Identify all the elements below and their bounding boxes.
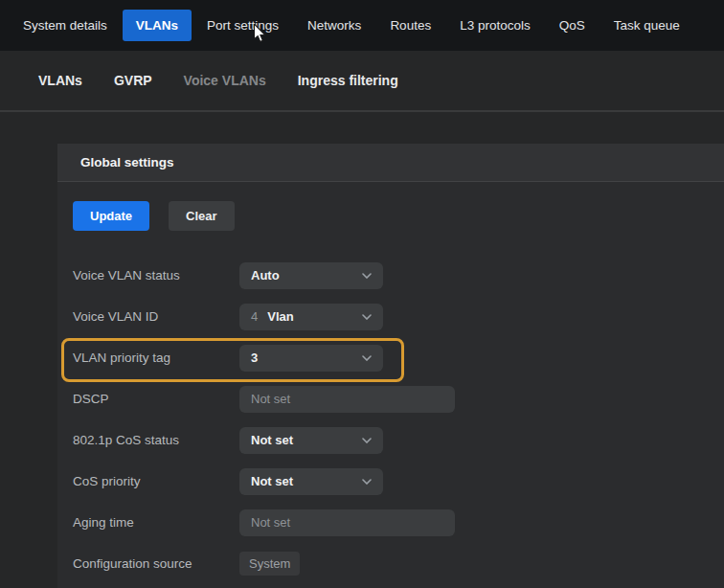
cos-priority-dropdown[interactable]: Not set (239, 468, 383, 495)
tab-vlans[interactable]: VLANs (123, 10, 192, 41)
field-label: Aging time (73, 515, 239, 530)
panel-header: Global settings (57, 144, 724, 182)
dropdown-value: Not set (251, 474, 293, 488)
form-row-configuration-source: Configuration source System (73, 543, 724, 584)
field-label: CoS priority (73, 474, 239, 488)
voice-vlan-id-dropdown[interactable]: 4 Vlan (239, 304, 383, 330)
subnav-item-voice-vlans[interactable]: Voice VLANs (184, 73, 266, 88)
chevron-down-icon (362, 438, 372, 443)
input-placeholder: Not set (251, 392, 290, 406)
tab-port-settings[interactable]: Port settings (193, 10, 292, 41)
field-label: Configuration source (73, 556, 239, 571)
chevron-down-icon (362, 273, 372, 279)
chevron-down-icon (362, 314, 372, 320)
subnav-item-gvrp[interactable]: GVRP (114, 73, 152, 88)
form-row-voice-vlan-id: Voice VLAN ID 4 Vlan (73, 296, 724, 337)
form-row-voice-vlan-status: Voice VLAN status Auto (73, 255, 724, 296)
form-row-aging-time: Aging time Not set (73, 502, 724, 543)
form-row-dscp: DSCP Not set (73, 378, 724, 419)
form-row-vlan-priority-tag: VLAN priority tag 3 (73, 337, 724, 378)
dropdown-value: Not set (251, 433, 293, 447)
field-label: Voice VLAN status (73, 268, 239, 283)
field-label: 802.1p CoS status (73, 433, 239, 447)
dscp-input[interactable]: Not set (239, 386, 455, 413)
dropdown-value: Vlan (267, 309, 293, 324)
subnav-item-vlans[interactable]: VLANs (38, 73, 82, 88)
chevron-down-icon (362, 479, 372, 485)
dropdown-value-group: 4 Vlan (251, 309, 294, 324)
global-settings-panel: Global settings Update Clear Voice VLAN … (57, 144, 724, 588)
aging-time-input[interactable]: Not set (239, 509, 455, 536)
clear-button[interactable]: Clear (169, 201, 235, 231)
cos-status-dropdown[interactable]: Not set (239, 427, 383, 454)
sub-navigation: VLANs GVRP Voice VLANs Ingress filtering (0, 51, 724, 112)
panel-title: Global settings (80, 155, 174, 170)
form-row-cos-priority: CoS priority Not set (73, 461, 724, 502)
chevron-down-icon (362, 355, 372, 361)
button-row: Update Clear (73, 201, 724, 231)
tab-networks[interactable]: Networks (294, 10, 374, 41)
tab-qos[interactable]: QoS (546, 10, 599, 41)
dropdown-value: Auto (251, 268, 280, 283)
form-row-cos-status: 802.1p CoS status Not set (73, 419, 724, 461)
panel-body: Update Clear Voice VLAN status Auto Voic… (57, 182, 724, 584)
update-button[interactable]: Update (73, 201, 149, 231)
tab-system-details[interactable]: System details (10, 10, 121, 41)
vlan-id-number: 4 (251, 309, 258, 324)
field-label: DSCP (73, 392, 239, 406)
configuration-source-value: System (239, 552, 300, 576)
tab-task-queue[interactable]: Task queue (600, 10, 693, 41)
field-label: VLAN priority tag (73, 351, 239, 365)
field-label: Voice VLAN ID (73, 309, 239, 324)
vlan-priority-tag-dropdown[interactable]: 3 (239, 345, 383, 372)
voice-vlan-status-dropdown[interactable]: Auto (239, 262, 383, 289)
subnav-item-ingress-filtering[interactable]: Ingress filtering (298, 73, 398, 88)
tab-l3-protocols[interactable]: L3 protocols (446, 10, 544, 41)
input-placeholder: Not set (251, 515, 290, 530)
top-navigation: System details VLANs Port settings Netwo… (0, 0, 724, 51)
tab-routes[interactable]: Routes (376, 10, 444, 41)
dropdown-value: 3 (251, 351, 258, 365)
